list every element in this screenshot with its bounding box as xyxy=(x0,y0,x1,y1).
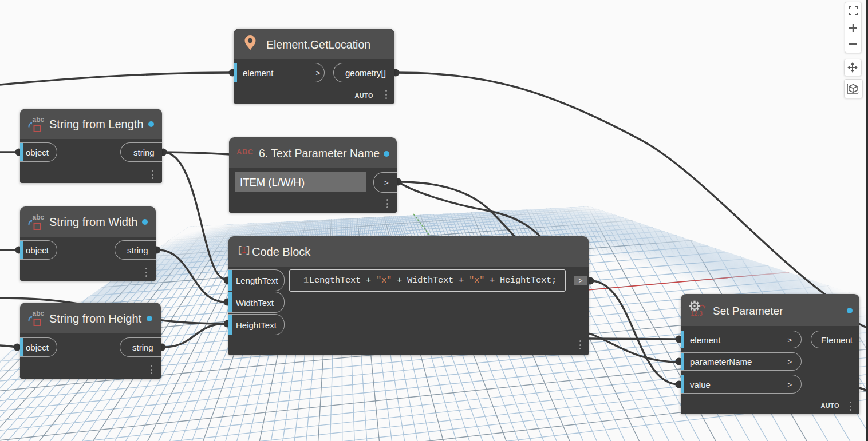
svg-text:abc: abc xyxy=(33,309,45,317)
svg-text:abc: abc xyxy=(33,116,45,124)
svg-text:12.3: 12.3 xyxy=(691,310,703,317)
svg-text:abc: abc xyxy=(33,213,45,221)
